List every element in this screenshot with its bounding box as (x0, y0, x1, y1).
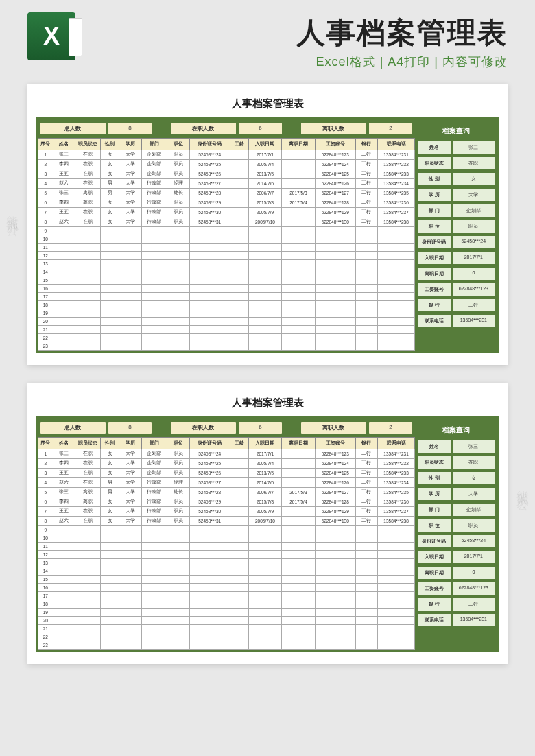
table-cell: 2 (38, 459, 54, 469)
table-cell: 13584***232 (378, 459, 415, 469)
query-row: 姓名 张三 (418, 141, 495, 154)
page-subtitle: Excel格式 | A4打印 | 内容可修改 (85, 54, 508, 70)
col-header: 姓名 (53, 438, 75, 449)
table-cell: 女 (101, 198, 119, 208)
query-row: 职 位 职员 (418, 220, 495, 233)
table-cell: 在职 (75, 449, 101, 459)
summary-total-val: 8 (108, 422, 152, 434)
table-cell: 工行 (355, 517, 377, 526)
table-cell: 16 (38, 584, 54, 592)
table-cell: 职员 (167, 517, 189, 526)
query-row: 性 别 女 (418, 173, 495, 185)
table-cell (282, 459, 315, 469)
table-row-empty: 19 (38, 309, 415, 318)
table-cell: 李四 (53, 459, 75, 469)
col-header: 联系电话 (378, 139, 415, 150)
table-cell: 18 (38, 301, 54, 309)
query-label: 学 历 (418, 488, 451, 500)
table-cell: 职员 (167, 497, 189, 507)
col-header: 工资账号 (315, 139, 355, 150)
table-cell: 13584***233 (378, 169, 415, 179)
table-cell: 4 (38, 179, 54, 189)
query-row: 银 行 工行 (418, 299, 495, 311)
table-cell: 职员 (167, 469, 189, 478)
query-value: 2017/7/1 (453, 551, 495, 563)
table-cell: 行政部 (141, 497, 167, 507)
table-cell: 大学 (119, 459, 141, 469)
query-label: 银 行 (418, 299, 451, 311)
query-value: 张三 (453, 141, 495, 154)
table-cell: 622848***129 (315, 208, 355, 217)
table-cell: 52458***27 (189, 478, 230, 488)
excel-x-letter: X (43, 22, 60, 51)
table-row-empty: 9 (38, 227, 415, 235)
table-cell: 2017/7/1 (248, 150, 281, 160)
table-cell: 企划部 (141, 449, 167, 459)
table-row: 8赵六在职女大学行政部职员52458***312005/7/10622848**… (38, 517, 415, 526)
table-cell: 2006/7/7 (248, 189, 281, 198)
table-cell: 22 (38, 633, 54, 641)
table-cell (230, 198, 248, 208)
table-cell: 2005/7/4 (248, 160, 281, 169)
query-row: 联系电话 13584***231 (418, 315, 495, 327)
data-table: 序号姓名职员状态性别学历部门职位身份证号码工龄入职日期离职日期工资账号银行联系电… (38, 437, 415, 650)
table-row: 5张三离职男大学行政部处长52458***282006/7/72017/5/36… (38, 488, 415, 497)
table-row: 6李四离职女大学行政部职员52458***292015/7/82017/5/46… (38, 497, 415, 507)
table-row-empty: 23 (38, 641, 415, 650)
table-cell: 女 (101, 459, 119, 469)
table-cell: 行政部 (141, 217, 167, 227)
table-cell: 女 (101, 169, 119, 179)
table-row-empty: 22 (38, 633, 415, 641)
table-cell: 13584***235 (378, 488, 415, 497)
table-cell: 13584***231 (378, 449, 415, 459)
table-cell: 女 (101, 217, 119, 227)
table-cell: 在职 (75, 507, 101, 517)
table-row-empty: 20 (38, 617, 415, 625)
col-header: 性别 (101, 438, 119, 449)
table-cell: 工行 (355, 497, 377, 507)
table-cell (282, 469, 315, 478)
table-cell: 张三 (53, 449, 75, 459)
query-label: 姓名 (418, 440, 451, 453)
table-cell: 女 (101, 497, 119, 507)
table-row: 8赵六在职女大学行政部职员52458***312005/7/10622848**… (38, 217, 415, 227)
table-cell: 52458***31 (189, 517, 230, 526)
page-title: 人事档案管理表 (85, 14, 508, 52)
col-header: 姓名 (53, 139, 75, 150)
table-cell: 大学 (119, 497, 141, 507)
table-cell: 大学 (119, 189, 141, 198)
table-cell: 工行 (355, 478, 377, 488)
table-cell: 622848***130 (315, 517, 355, 526)
table-cell: 工行 (355, 208, 377, 217)
table-row: 3王五在职女大学企划部职员52458***262013/7/5622848***… (38, 169, 415, 179)
table-cell: 在职 (75, 160, 101, 169)
table-cell: 女 (101, 150, 119, 160)
query-value: 张三 (453, 440, 495, 453)
table-cell: 工行 (355, 150, 377, 160)
table-cell: 11 (38, 543, 54, 551)
table-row: 1张三在职女大学企划部职员52458***242017/7/1622848***… (38, 150, 415, 160)
query-value: 52458***24 (453, 236, 495, 248)
table-cell: 52458***28 (189, 189, 230, 198)
table-cell: 2005/7/9 (248, 507, 281, 517)
table-cell: 7 (38, 507, 54, 517)
table-cell: 职员 (167, 208, 189, 217)
table-cell: 在职 (75, 478, 101, 488)
query-value: 企划部 (453, 204, 495, 217)
query-row: 离职日期 0 (418, 268, 495, 280)
table-cell: 14 (38, 268, 54, 276)
table-cell: 大学 (119, 217, 141, 227)
query-label: 职 位 (418, 220, 451, 233)
col-header: 离职日期 (282, 139, 315, 150)
table-row: 3王五在职女大学企划部职员52458***262013/7/5622848***… (38, 469, 415, 478)
table-cell: 17 (38, 293, 54, 301)
col-header: 职位 (167, 438, 189, 449)
query-row: 银 行 工行 (418, 598, 495, 611)
summary-row: 总人数 8 在职人数 6 离职人数 2 (38, 119, 415, 138)
table-cell: 52458***30 (189, 507, 230, 517)
summary-total-label: 总人数 (40, 123, 106, 134)
table-cell: 23 (38, 641, 54, 650)
query-row: 离职日期 0 (418, 567, 495, 579)
table-row-empty: 21 (38, 326, 415, 334)
table-cell: 在职 (75, 179, 101, 189)
